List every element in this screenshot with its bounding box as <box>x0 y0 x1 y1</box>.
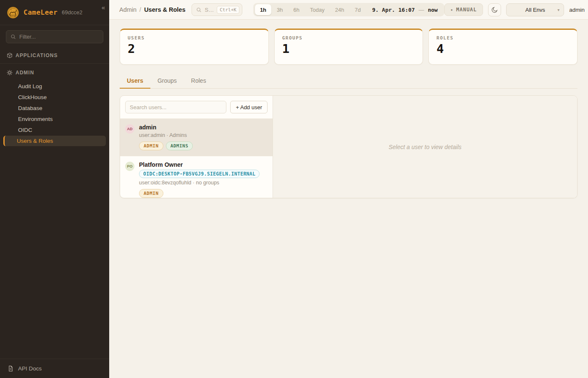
stat-roles-value: 4 <box>436 43 570 55</box>
add-user-button[interactable]: + Add user <box>230 101 268 113</box>
environment-value: All Envs <box>525 7 545 13</box>
top-bar: Admin / Users & Roles S… Ctrl+K 1h 3h 6h… <box>109 0 588 20</box>
sidebar-item-clickhouse[interactable]: ClickHouse <box>3 92 106 102</box>
role-badge-admin: ADMIN <box>139 142 163 150</box>
moon-icon <box>491 6 498 13</box>
tab-groups[interactable]: Groups <box>150 74 184 89</box>
stat-card-roles: ROLES 4 <box>428 29 578 65</box>
environment-select[interactable]: All Envs ▾ <box>506 3 564 16</box>
account-menu[interactable]: admin AD <box>569 4 588 16</box>
time-preset-6h[interactable]: 6h <box>289 4 304 15</box>
status-dot-icon: ● <box>451 8 453 12</box>
time-from: 9. Apr. 16:07 <box>372 7 415 13</box>
search-users-input[interactable] <box>125 101 226 113</box>
package-icon <box>7 52 13 58</box>
camel-logo-icon <box>7 6 19 19</box>
time-preset-today[interactable]: Today <box>305 4 330 15</box>
role-badge-admin: ADMIN <box>139 189 163 198</box>
refresh-mode-label: MANUAL <box>456 7 477 13</box>
sidebar-item-users-roles[interactable]: Users & Roles <box>3 136 106 146</box>
time-range-absolute[interactable]: 9. Apr. 16:07 — now <box>372 7 438 13</box>
section-applications: APPLICATIONS <box>0 47 109 63</box>
users-panel: + Add user AD admin user:admin · Admins … <box>120 95 578 198</box>
tab-users[interactable]: Users <box>120 74 150 89</box>
chevron-down-icon: ▾ <box>557 8 559 12</box>
stat-card-users: USERS 2 <box>120 29 269 65</box>
user-list: + Add user AD admin user:admin · Admins … <box>120 96 273 198</box>
main-content: USERS 2 GROUPS 1 ROLES 4 Users Groups Ro… <box>109 20 588 378</box>
sidebar-filter <box>6 30 103 43</box>
sidebar-item-database[interactable]: Database <box>3 103 106 113</box>
search-icon <box>196 7 202 13</box>
time-preset-1h[interactable]: 1h <box>255 4 271 15</box>
user-name: admin <box>139 124 193 131</box>
oidc-provider-badge: OIDC:DESKTOP-FB5VGJ9.SIEGELN.INTERNAL <box>139 170 260 178</box>
group-badge-admins: ADMINS <box>166 142 193 150</box>
breadcrumb-separator: / <box>139 6 141 13</box>
time-range-picker: 1h 3h 6h Today 24h 7d 9. Apr. 16:07 — no… <box>253 3 444 16</box>
account-name: admin <box>569 7 585 13</box>
search-shortcut-badge: Ctrl+K <box>217 6 239 14</box>
global-search[interactable]: S… Ctrl+K <box>192 3 242 16</box>
sidebar-divider <box>0 63 109 64</box>
time-to: now <box>428 7 438 13</box>
stat-groups-value: 1 <box>282 43 415 55</box>
api-docs-label: API Docs <box>18 365 42 372</box>
stat-roles-label: ROLES <box>436 35 570 41</box>
section-admin-label: ADMIN <box>16 70 34 76</box>
stat-card-groups: GROUPS 1 <box>274 29 423 65</box>
sidebar-item-audit-log[interactable]: Audit Log <box>3 81 106 92</box>
dark-mode-toggle[interactable] <box>488 3 501 16</box>
user-meta: user:admin · Admins <box>139 132 193 138</box>
user-name: Platform Owner <box>139 161 260 168</box>
tabs: Users Groups Roles <box>120 74 578 89</box>
time-preset-3h[interactable]: 3h <box>272 4 288 15</box>
time-dash: — <box>419 7 424 13</box>
sidebar: « CameLeer 69dcce2 APPLICA <box>0 0 109 378</box>
sidebar-collapse-icon[interactable]: « <box>102 4 105 10</box>
sidebar-item-oidc[interactable]: OIDC <box>3 125 106 135</box>
app-title: CameLeer <box>24 8 58 16</box>
user-meta: user:oidc:8evzqofluhld · no groups <box>139 180 260 186</box>
section-admin: ADMIN <box>0 65 109 80</box>
user-row-admin[interactable]: AD admin user:admin · Admins ADMIN ADMIN… <box>120 119 273 156</box>
section-applications-label: APPLICATIONS <box>16 52 58 58</box>
time-preset-7d[interactable]: 7d <box>349 4 365 15</box>
stats-row: USERS 2 GROUPS 1 ROLES 4 <box>120 29 578 65</box>
stat-users-label: USERS <box>128 35 261 41</box>
time-preset-24h[interactable]: 24h <box>330 4 349 15</box>
avatar: PO <box>125 162 134 171</box>
gear-icon <box>7 70 13 76</box>
breadcrumb: Admin / Users & Roles <box>119 6 185 13</box>
api-docs-link[interactable]: API Docs <box>0 359 109 378</box>
global-search-text: S… <box>205 7 214 13</box>
search-icon <box>10 34 16 39</box>
user-detail-panel: Select a user to view details <box>273 96 577 198</box>
stat-users-value: 2 <box>128 43 261 55</box>
sidebar-filter-input[interactable] <box>19 34 99 40</box>
breadcrumb-admin[interactable]: Admin <box>119 6 136 13</box>
sidebar-item-environments[interactable]: Environments <box>3 114 106 124</box>
tab-roles[interactable]: Roles <box>184 74 213 89</box>
avatar: AD <box>125 124 134 134</box>
breadcrumb-current: Users & Roles <box>144 6 185 13</box>
user-list-toolbar: + Add user <box>120 96 273 119</box>
app-version: 69dcce2 <box>62 9 82 16</box>
admin-nav: Audit Log ClickHouse Database Environmen… <box>0 80 109 150</box>
app-logo[interactable]: CameLeer 69dcce2 <box>0 0 109 25</box>
detail-placeholder: Select a user to view details <box>388 144 462 150</box>
user-row-platform-owner[interactable]: PO Platform Owner OIDC:DESKTOP-FB5VGJ9.S… <box>120 156 273 198</box>
document-icon <box>8 365 14 372</box>
stat-groups-label: GROUPS <box>282 35 415 41</box>
refresh-mode-badge[interactable]: ● MANUAL <box>444 3 483 16</box>
